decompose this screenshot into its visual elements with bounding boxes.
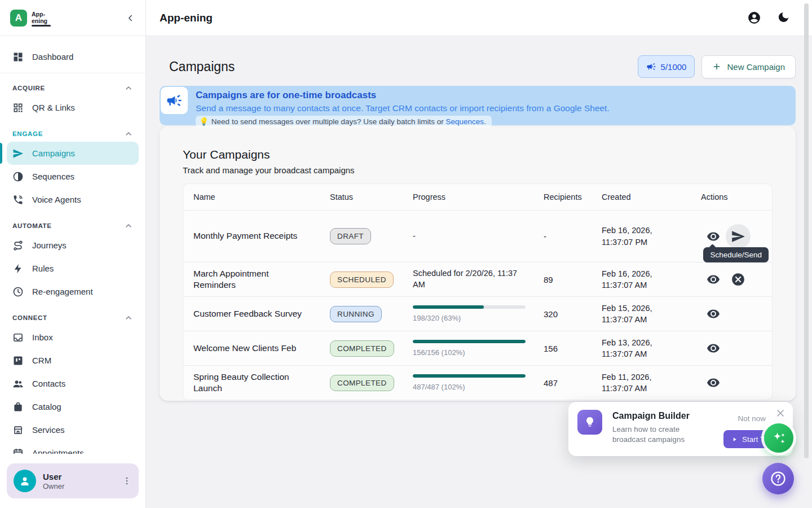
sidebar-nav: Dashboard ACQUIRE QR & Links ENGAGE (0, 36, 145, 465)
sequences-link[interactable]: Sequences (446, 117, 484, 126)
sidebar-item-sequences[interactable]: Sequences (7, 165, 139, 188)
column-header-progress: Progress (403, 184, 533, 211)
qr-code-icon (12, 102, 24, 113)
sidebar-item-catalog[interactable]: Catalog (7, 395, 139, 418)
sidebar-item-label: Inbox (32, 332, 53, 342)
recipients-cell: - (533, 211, 592, 262)
ai-sparkles-fab[interactable] (764, 423, 793, 453)
campaign-builder-popup: Campaign Builder Learn how to create bro… (568, 402, 793, 456)
help-fab[interactable] (762, 463, 794, 494)
campaigns-card: Your Campaigns Track and manage your bro… (160, 126, 796, 401)
column-header-status: Status (320, 184, 403, 211)
sidebar-item-inbox[interactable]: Inbox (7, 326, 139, 349)
scrollbar-thumb[interactable] (804, 3, 809, 458)
people-icon (12, 378, 24, 389)
progress-cell: - (403, 211, 533, 262)
column-header-name: Name (183, 184, 320, 211)
created-cell: Feb 15, 2026, 11:37:07 AM (592, 297, 691, 331)
sparkles-icon (770, 430, 787, 446)
card-subtitle: Track and manage your broadcast campaign… (183, 165, 773, 175)
plus-icon (712, 62, 721, 71)
recipients-cell: 320 (533, 297, 592, 331)
progress-label: 198/320 (63%) (413, 314, 523, 322)
view-button[interactable] (701, 370, 726, 395)
progress-bar (413, 305, 526, 309)
table-row: Spring Beauty Collection Launch COMPLETE… (183, 366, 772, 400)
sidebar-item-dashboard[interactable]: Dashboard (7, 45, 139, 68)
created-cell: Feb 13, 2026, 11:37:07 AM (592, 331, 691, 366)
lightbulb-emoji-icon: 💡 (199, 117, 209, 126)
app-title: App-ening (160, 12, 213, 24)
schedule-send-button[interactable] (726, 224, 751, 249)
section-engage[interactable]: ENGAGE (7, 127, 139, 141)
not-now-button[interactable]: Not now (738, 414, 766, 423)
sidebar-item-voice-agents[interactable]: Voice Agents (7, 188, 139, 211)
table-row: Welcome New Clients Feb COMPLETED 156/15… (183, 331, 772, 366)
sidebar-collapse-icon[interactable] (125, 13, 135, 23)
sidebar-item-contacts[interactable]: Contacts (7, 372, 139, 395)
chevron-up-icon (124, 221, 133, 230)
kebab-menu-icon[interactable] (122, 476, 132, 486)
megaphone-icon (646, 62, 656, 72)
sidebar-item-crm[interactable]: CRM (7, 349, 139, 372)
campaign-name: March Appointment Reminders (183, 262, 320, 297)
section-acquire[interactable]: ACQUIRE (7, 81, 139, 95)
view-button[interactable] (701, 267, 726, 292)
table-row: Customer Feedback Survey RUNNING 198/320… (183, 297, 772, 331)
sidebar-item-label: CRM (32, 356, 51, 365)
status-badge: COMPLETED (330, 340, 394, 357)
sidebar-item-qr-links[interactable]: QR & Links (7, 96, 139, 119)
campaign-name: Customer Feedback Survey (183, 297, 320, 331)
sidebar-item-services[interactable]: Services (7, 418, 139, 441)
top-bar: App-ening (146, 0, 812, 36)
card-title: Your Campaigns (183, 148, 773, 161)
column-header-recipients: Recipients (533, 184, 592, 211)
new-campaign-button[interactable]: New Campaign (701, 55, 796, 78)
user-role: Owner (43, 482, 115, 491)
logo-wordmark: App- ening (32, 11, 47, 24)
sidebar-item-rules[interactable]: Rules (7, 257, 139, 280)
progress-label: 487/487 (102%) (413, 383, 523, 391)
created-cell: Feb 16, 2026, 11:37:07 AM (592, 262, 691, 297)
progress-cell: 156/156 (102%) (403, 331, 533, 366)
section-connect[interactable]: CONNECT (7, 311, 139, 325)
page-title: Campaigns (169, 59, 235, 75)
sidebar-item-re-engagement[interactable]: Re-engagement (7, 280, 139, 303)
schedule-send-tooltip: Schedule/Send (703, 247, 769, 262)
sidebar-item-label: Rules (32, 264, 54, 273)
recipients-cell: 487 (533, 366, 592, 400)
inbox-icon (12, 332, 24, 343)
account-icon[interactable] (747, 11, 761, 25)
shopping-bag-icon (12, 401, 24, 413)
view-button[interactable] (701, 336, 726, 361)
campaigns-table: Name Status Progress Recipients Created … (183, 183, 773, 400)
user-card[interactable]: User Owner (7, 463, 139, 498)
campaign-name: Welcome New Clients Feb (183, 331, 320, 366)
kanban-icon (12, 355, 24, 366)
sidebar-item-label: Services (32, 425, 65, 435)
sidebar-item-journeys[interactable]: Journeys (7, 234, 139, 257)
quota-value: 5/1000 (661, 62, 687, 72)
storefront-icon (12, 424, 24, 436)
created-cell: Feb 11, 2026, 11:37:07 AM (592, 366, 691, 400)
dark-mode-moon-icon[interactable] (777, 11, 791, 25)
sidebar-item-campaigns[interactable]: Campaigns (7, 142, 139, 165)
close-icon[interactable] (775, 408, 786, 419)
dashboard-icon (12, 51, 24, 63)
popup-body: Learn how to create broadcast campaigns (612, 424, 703, 445)
view-button[interactable] (701, 301, 726, 326)
campaign-quota-badge[interactable]: 5/1000 (638, 55, 695, 78)
sidebar-item-label: Dashboard (32, 52, 73, 62)
user-name: User (43, 472, 115, 481)
clock-icon (12, 286, 24, 297)
chevron-up-icon (124, 129, 133, 138)
user-meta: User Owner (43, 472, 115, 491)
cancel-button[interactable] (726, 267, 751, 292)
section-automate[interactable]: AUTOMATE (7, 219, 139, 233)
table-row: March Appointment Reminders SCHEDULED Sc… (183, 262, 772, 297)
table-header-row: Name Status Progress Recipients Created … (183, 184, 772, 211)
info-banner: Campaigns are for one-time broadcasts Se… (160, 86, 796, 125)
progress-cell: 487/487 (102%) (403, 366, 533, 400)
banner-tip: 💡 Need to send messages over multiple da… (196, 116, 492, 128)
sidebar-item-label: Catalog (32, 402, 61, 411)
